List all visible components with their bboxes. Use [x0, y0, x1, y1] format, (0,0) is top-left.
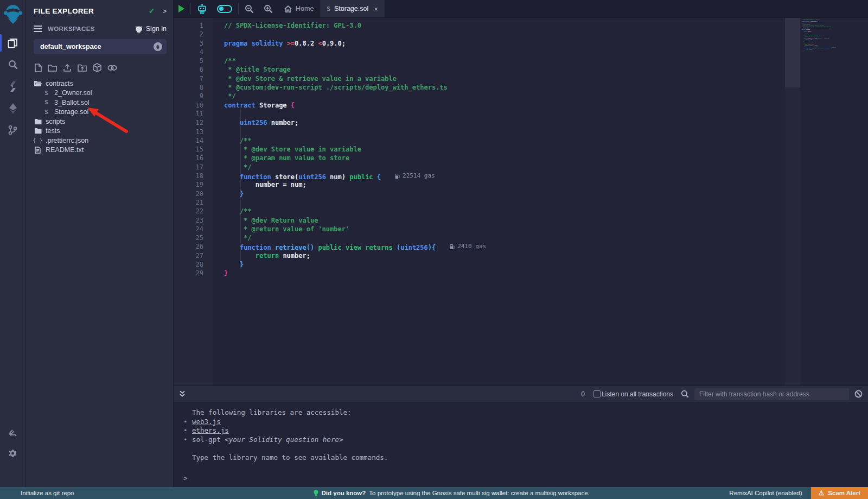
cube-icon[interactable] — [93, 63, 101, 72]
code-line[interactable]: /** — [213, 56, 785, 65]
code-line[interactable]: */ — [213, 163, 785, 172]
code-line[interactable]: uint256 number; — [213, 118, 785, 127]
line-number: 14 — [174, 136, 213, 145]
workspace-sort-icon[interactable] — [154, 42, 162, 51]
new-file-icon[interactable] — [35, 64, 42, 72]
tree-item-contracts[interactable]: contracts — [26, 79, 173, 89]
line-number: 4 — [174, 48, 213, 56]
tree-item-scripts[interactable]: scripts — [26, 117, 173, 127]
tree-item-tests[interactable]: tests — [26, 127, 173, 136]
sign-in-button[interactable]: Sign in — [135, 25, 167, 33]
activity-bar-settings-gear[interactable] — [0, 443, 26, 464]
tab-home[interactable]: Home — [278, 0, 320, 17]
activity-bar-git[interactable] — [0, 119, 26, 141]
upload-folder-icon[interactable] — [78, 64, 87, 72]
activity-bar-plugin-manager[interactable] — [0, 421, 26, 443]
activity-bar-deploy-run[interactable] — [0, 97, 26, 119]
code-line[interactable]: * @custom:dev-run-script ./scripts/deplo… — [213, 83, 785, 92]
line-number: 5 — [174, 56, 213, 65]
code-line[interactable]: pragma solidity >=0.8.2 <0.9.0; — [213, 39, 785, 48]
code-line[interactable]: function store(uint256 num) public {2251… — [213, 172, 785, 180]
chevron-right-icon[interactable]: > — [162, 7, 167, 15]
tree-item--prettierrc-json[interactable]: { }.prettierrc.json — [26, 136, 173, 146]
editor-scrollbar[interactable] — [785, 18, 800, 386]
tree-item-storage-sol[interactable]: SStorage.sol — [26, 108, 173, 117]
zoom-out-button[interactable] — [240, 0, 259, 17]
line-number: 27 — [174, 251, 213, 260]
code-line[interactable]: } — [213, 269, 785, 277]
ban-icon[interactable] — [854, 390, 863, 398]
toolbar-separator — [190, 3, 191, 15]
code-line[interactable] — [213, 30, 785, 39]
solidity-file-icon: S — [42, 90, 50, 97]
code-line[interactable]: } — [800, 50, 868, 52]
line-number: 13 — [174, 128, 213, 136]
terminal-prompt[interactable]: > — [183, 474, 868, 483]
line-number: 15 — [174, 145, 213, 154]
code-line[interactable]: * @return value of 'number' — [213, 225, 785, 233]
code-line[interactable]: } — [213, 190, 785, 198]
code-line[interactable]: */ — [213, 92, 785, 100]
status-bar: Initialize as git repo Did you know? To … — [0, 487, 868, 499]
workspaces-menu-icon[interactable] — [34, 24, 42, 34]
code-line[interactable]: * @param num value to store — [213, 154, 785, 162]
code-lines[interactable]: // SPDX-License-Identifier: GPL-3.0pragm… — [213, 18, 785, 386]
run-script-button[interactable] — [174, 0, 189, 17]
terminal-output[interactable]: The following libraries are accessible:•… — [174, 402, 868, 487]
listen-all-transactions-checkbox[interactable] — [593, 390, 601, 397]
code-line[interactable] — [213, 48, 785, 56]
activity-bar-solidity-compiler[interactable] — [0, 75, 26, 97]
copilot-status[interactable]: RemixAI Copilot (enabled) — [729, 490, 802, 496]
transaction-filter-input[interactable] — [694, 388, 849, 400]
terminal-link[interactable]: ethers.js — [192, 426, 229, 435]
file-explorer-header: FILE EXPLORER ✓ > — [26, 0, 173, 21]
new-folder-icon[interactable] — [48, 64, 57, 72]
code-line[interactable]: * @dev Store value in variable — [213, 145, 785, 154]
tree-item-label: README.txt — [46, 146, 84, 154]
scam-alert-label: Scam Alert — [828, 490, 860, 496]
activity-bar-file-explorer[interactable] — [0, 32, 26, 54]
tree-item-readme-txt[interactable]: README.txt — [26, 146, 173, 155]
toolbar-separator — [238, 3, 239, 15]
code-line[interactable]: */ — [213, 233, 785, 242]
zoom-out-icon — [245, 4, 254, 14]
zoom-in-button[interactable] — [259, 0, 278, 17]
line-number: 16 — [174, 154, 213, 162]
code-line[interactable]: * @title Storage — [213, 65, 785, 74]
code-line[interactable]: * @dev Return value — [213, 216, 785, 225]
activity-bar-search[interactable] — [0, 54, 26, 75]
code-line[interactable]: number = num; — [213, 180, 785, 189]
scrollbar-thumb[interactable] — [785, 18, 800, 87]
close-icon[interactable]: × — [374, 5, 378, 13]
terminal-line: Type the library name to see available c… — [183, 453, 868, 463]
code-editor: 1234567891011121314151617181920212223242… — [174, 18, 868, 386]
code-line[interactable]: return number; — [213, 251, 785, 260]
code-line[interactable] — [213, 110, 785, 118]
minimap[interactable]: // SPDX-License-Identifier: GPL-3.0pragm… — [800, 18, 868, 386]
remix-logo[interactable] — [4, 4, 22, 24]
scam-alert-button[interactable]: ⚠ Scam Alert — [811, 487, 868, 499]
tip-text: To prototype using the Gnosis safe multi… — [369, 490, 590, 496]
code-line[interactable]: function retrieve() public view returns … — [213, 242, 785, 251]
code-line[interactable]: } — [213, 260, 785, 269]
minimap-content: // SPDX-License-Identifier: GPL-3.0pragm… — [800, 18, 868, 52]
upload-file-icon[interactable] — [63, 64, 72, 72]
code-line[interactable]: // SPDX-License-Identifier: GPL-3.0 — [213, 21, 785, 30]
code-line[interactable] — [213, 198, 785, 207]
tree-item-3-ballot-sol[interactable]: S3_Ballot.sol — [26, 98, 173, 108]
tree-item-2-owner-sol[interactable]: S2_Owner.sol — [26, 89, 173, 98]
code-line[interactable]: * @dev Store & retrieve value in a varia… — [213, 74, 785, 83]
code-line[interactable]: contract Storage { — [213, 101, 785, 110]
terminal-collapse[interactable] — [179, 390, 581, 397]
remix-ai-button[interactable] — [192, 0, 212, 17]
panel-title: FILE EXPLORER — [34, 7, 149, 15]
code-line[interactable]: /** — [213, 207, 785, 216]
copilot-toggle[interactable] — [212, 0, 237, 17]
link-icon[interactable] — [107, 65, 117, 71]
code-line[interactable] — [213, 128, 785, 136]
workspace-select[interactable]: default_workspace — [34, 39, 167, 54]
terminal-link[interactable]: web3.js — [192, 418, 221, 427]
tab-storage-sol[interactable]: S Storage.sol × — [320, 0, 384, 17]
git-init-button[interactable]: Initialize as git repo — [0, 490, 174, 496]
code-line[interactable]: /** — [213, 136, 785, 145]
